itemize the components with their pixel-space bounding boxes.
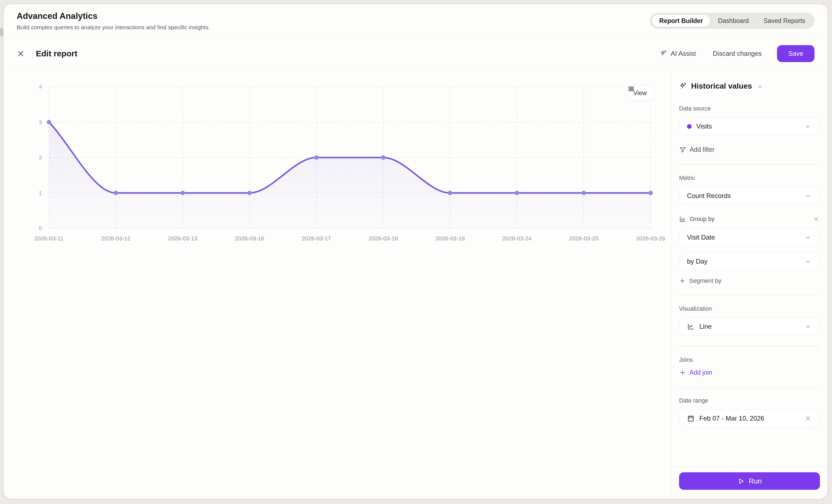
discard-changes-label: Discard changes <box>713 50 762 57</box>
edit-toolbar: Edit report AI Assist Discard changes Sa… <box>4 37 828 70</box>
add-join-label: Add join <box>690 369 712 376</box>
panel-title: Historical values <box>691 82 752 90</box>
chevron-down-icon <box>804 234 811 241</box>
metric-select[interactable]: Count Records <box>679 187 820 205</box>
tab-group: Report Builder Dashboard Saved Reports <box>650 13 814 29</box>
svg-text:0: 0 <box>39 226 42 231</box>
run-button-label: Run <box>749 477 762 485</box>
svg-text:2026-03-11: 2026-03-11 <box>34 235 63 241</box>
joins-label: Joins <box>679 356 820 364</box>
toolbar-actions: AI Assist Discard changes Save <box>660 45 815 62</box>
app-card: Advanced Analytics Build complex queries… <box>3 4 828 499</box>
panel-header[interactable]: Historical values <box>679 82 820 90</box>
svg-text:1: 1 <box>39 190 42 196</box>
metric-label: Metric <box>679 175 820 182</box>
list-icon <box>628 85 635 92</box>
clear-date-icon[interactable] <box>804 415 811 422</box>
page-background: Advanced Analytics Build complex queries… <box>0 0 832 504</box>
visualization-value: Line <box>699 323 711 330</box>
svg-text:2026-03-25: 2026-03-25 <box>569 235 598 241</box>
panel-spacer <box>679 427 820 466</box>
tab-report-builder[interactable]: Report Builder <box>652 15 711 27</box>
data-source-value: Visits <box>696 123 712 130</box>
calendar-icon <box>687 415 695 422</box>
svg-text:2026-03-26: 2026-03-26 <box>636 235 665 241</box>
add-filter-button[interactable]: Add filter <box>679 146 820 153</box>
divider <box>679 164 820 165</box>
svg-text:2026-03-24: 2026-03-24 <box>502 235 532 241</box>
chevron-down-icon <box>804 192 811 200</box>
chart-canvas: 012342026-03-112026-03-122026-03-132026-… <box>4 70 671 499</box>
config-panel: Historical values Data source Visits Add… <box>671 70 828 499</box>
divider <box>679 295 820 296</box>
close-icon <box>17 50 25 58</box>
data-source-select[interactable]: Visits <box>679 117 820 135</box>
app-header: Advanced Analytics Build complex queries… <box>4 4 828 37</box>
date-range-field[interactable]: Feb 07 - Mar 10, 2026 <box>679 410 820 427</box>
data-source-label: Data source <box>679 105 820 112</box>
metric-value: Count Records <box>687 192 731 200</box>
page-title: Advanced Analytics <box>17 11 210 21</box>
group-by-granularity-select[interactable]: by Day <box>679 253 820 270</box>
view-button[interactable]: View <box>627 85 654 101</box>
visualization-label: Visualization <box>679 306 820 312</box>
chevron-down-icon <box>804 123 811 130</box>
panel-body: Historical values Data source Visits Add… <box>671 70 828 466</box>
group-by-header: Group by <box>679 215 820 222</box>
discard-changes-button[interactable]: Discard changes <box>713 50 762 57</box>
segment-by-button[interactable]: Segment by <box>679 277 820 284</box>
svg-text:2026-03-12: 2026-03-12 <box>101 235 130 241</box>
plus-icon <box>679 369 686 376</box>
date-range-label: Date range <box>679 397 820 404</box>
edit-report-title: Edit report <box>36 49 77 58</box>
header-text: Advanced Analytics Build complex queries… <box>17 11 210 31</box>
group-by-granularity-value: by Day <box>687 258 707 265</box>
divider <box>679 387 820 388</box>
svg-text:2: 2 <box>39 155 42 161</box>
close-button[interactable] <box>17 50 25 58</box>
svg-text:2026-03-13: 2026-03-13 <box>168 235 197 241</box>
svg-text:2026-03-17: 2026-03-17 <box>302 235 331 241</box>
visualization-select[interactable]: Line <box>679 318 820 335</box>
sparkles-icon <box>679 82 687 90</box>
page-subtitle: Build complex queries to analyze your in… <box>17 24 210 31</box>
tab-saved-reports[interactable]: Saved Reports <box>756 15 812 27</box>
panel-footer: Run <box>671 466 828 499</box>
svg-text:2026-03-18: 2026-03-18 <box>368 235 398 241</box>
date-range-value: Feb 07 - Mar 10, 2026 <box>699 415 764 422</box>
chevron-down-icon <box>804 323 811 330</box>
chevron-down-icon <box>757 84 763 90</box>
svg-text:3: 3 <box>39 119 42 125</box>
add-filter-label: Add filter <box>690 146 714 153</box>
series-color-dot <box>687 124 692 129</box>
run-button[interactable]: Run <box>679 472 820 490</box>
close-icon <box>813 216 820 222</box>
ai-assist-button[interactable]: AI Assist <box>660 50 696 57</box>
line-chart-icon <box>687 323 695 330</box>
svg-text:2026-03-16: 2026-03-16 <box>235 235 264 241</box>
bar-chart-icon <box>679 215 686 222</box>
view-button-label: View <box>633 89 647 97</box>
divider <box>679 346 820 347</box>
ai-assist-label: AI Assist <box>671 50 696 57</box>
sparkles-icon <box>660 50 667 57</box>
save-button[interactable]: Save <box>777 45 814 62</box>
chart-region: 012342026-03-112026-03-122026-03-132026-… <box>4 70 671 499</box>
group-by-label: Group by <box>690 215 714 222</box>
play-icon <box>737 477 745 485</box>
content: 012342026-03-112026-03-122026-03-132026-… <box>4 70 828 499</box>
tab-dashboard[interactable]: Dashboard <box>710 15 756 27</box>
add-join-button[interactable]: Add join <box>679 369 820 376</box>
funnel-icon <box>679 146 686 153</box>
chevron-down-icon <box>804 258 811 265</box>
remove-group-by-button[interactable] <box>813 216 820 222</box>
plus-icon <box>679 277 686 284</box>
svg-text:2026-03-19: 2026-03-19 <box>435 235 465 241</box>
svg-text:4: 4 <box>39 84 42 90</box>
group-by-field-value: Visit Date <box>687 234 715 241</box>
segment-by-label: Segment by <box>689 277 721 284</box>
group-by-field-select[interactable]: Visit Date <box>679 229 820 246</box>
